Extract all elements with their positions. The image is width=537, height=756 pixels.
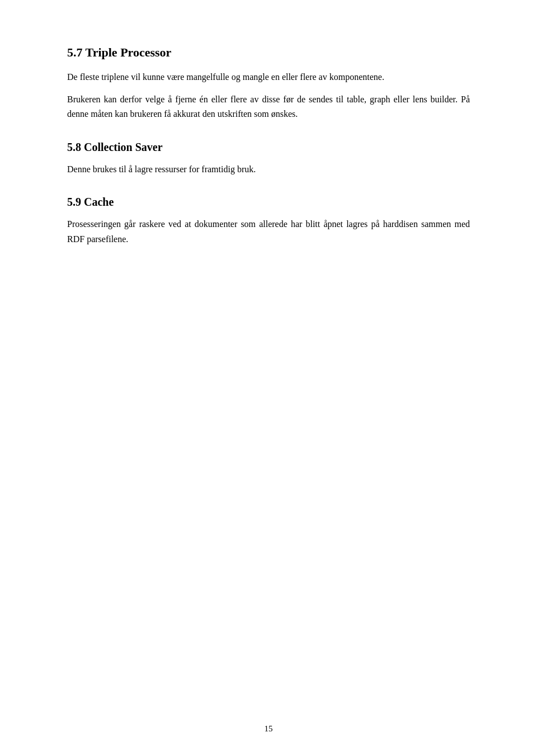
section-59: 5.9 Cache Prosesseringen går raskere ved… xyxy=(67,195,470,247)
section-57-title: 5.7 Triple Processor xyxy=(67,45,171,59)
section-59-para-1: Prosesseringen går raskere ved at dokume… xyxy=(67,217,470,247)
section-59-title: 5.9 Cache xyxy=(67,196,114,208)
section-57-heading: 5.7 Triple Processor xyxy=(67,45,470,61)
page: 5.7 Triple Processor De fleste triplene … xyxy=(0,0,537,756)
section-58-title: 5.8 Collection Saver xyxy=(67,141,163,153)
section-57: 5.7 Triple Processor De fleste triplene … xyxy=(67,45,470,122)
section-58: 5.8 Collection Saver Denne brukes til å … xyxy=(67,140,470,177)
section-58-heading: 5.8 Collection Saver xyxy=(67,140,470,154)
section-57-para-1: De fleste triplene vil kunne være mangel… xyxy=(67,70,470,84)
section-59-heading: 5.9 Cache xyxy=(67,195,470,209)
section-58-para-1: Denne brukes til å lagre ressurser for f… xyxy=(67,162,470,177)
section-57-para-2: Brukeren kan derfor velge å fjerne én el… xyxy=(67,92,470,122)
page-number: 15 xyxy=(265,724,273,734)
